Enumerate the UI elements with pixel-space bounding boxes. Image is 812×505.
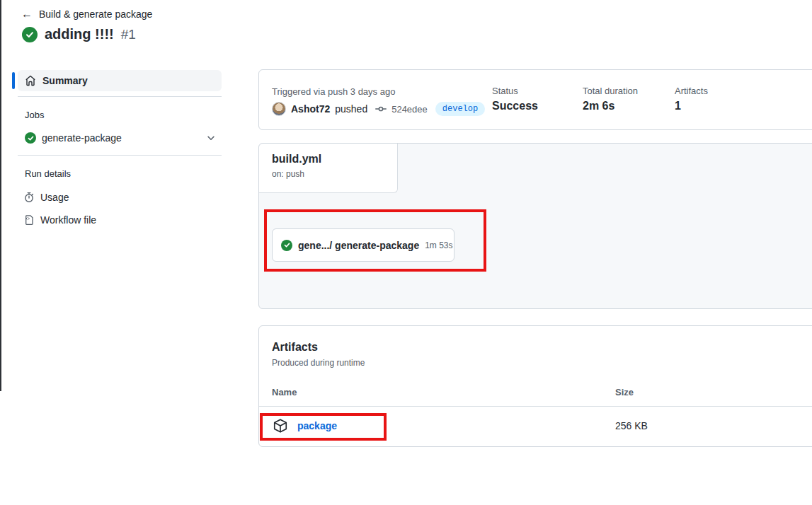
job-name-label: generate-package bbox=[42, 132, 122, 144]
table-divider bbox=[259, 406, 812, 407]
usage-label: Usage bbox=[40, 192, 69, 203]
status-column: Status Success bbox=[492, 86, 538, 112]
workflow-name-label[interactable]: Build & generate package bbox=[39, 8, 152, 20]
home-icon bbox=[25, 75, 36, 86]
artifacts-label: Artifacts bbox=[675, 86, 708, 96]
actions-run-summary-page: ← Build & generate package adding !!!! #… bbox=[0, 0, 812, 505]
sidebar: Summary Jobs generate-package Run detail… bbox=[12, 69, 222, 227]
jobs-heading: Jobs bbox=[25, 110, 222, 120]
workflow-trigger: on: push bbox=[272, 169, 384, 179]
status-value: Success bbox=[492, 100, 538, 112]
avatar[interactable] bbox=[272, 102, 286, 116]
node-label: gene.../ generate-package bbox=[298, 240, 419, 251]
sidebar-divider bbox=[18, 96, 222, 97]
success-check-icon bbox=[22, 27, 38, 42]
workflow-graph-card: build.yml on: push gene.../ generate-pac… bbox=[258, 143, 812, 309]
column-header-name: Name bbox=[272, 387, 297, 397]
commit-sha-link[interactable]: 524edee bbox=[391, 104, 428, 115]
sidebar-item-usage[interactable]: Usage bbox=[23, 190, 222, 204]
artifacts-subtitle: Produced during runtime bbox=[272, 358, 365, 368]
back-arrow-icon[interactable]: ← bbox=[21, 8, 33, 20]
branch-badge[interactable]: develop bbox=[435, 102, 485, 116]
triggered-text: Triggered via push 3 days ago bbox=[272, 86, 395, 97]
job-success-check-icon bbox=[25, 132, 36, 144]
run-summary-card: Triggered via push 3 days ago Ashot72 pu… bbox=[258, 69, 812, 130]
artifacts-card: Artifacts Produced during runtime Name S… bbox=[258, 325, 812, 447]
duration-label: Total duration bbox=[583, 86, 638, 96]
sidebar-item-label: Summary bbox=[42, 75, 88, 86]
actor-name-link[interactable]: Ashot72 bbox=[291, 103, 330, 115]
sidebar-item-generate-package[interactable]: generate-package bbox=[25, 130, 216, 146]
artifacts-count-column: Artifacts 1 bbox=[675, 86, 708, 112]
sidebar-item-workflow-file[interactable]: Workflow file bbox=[23, 213, 222, 227]
artifacts-value: 1 bbox=[675, 100, 708, 112]
status-label: Status bbox=[492, 86, 538, 96]
artifact-size: 256 KB bbox=[615, 420, 648, 431]
sidebar-divider bbox=[18, 155, 222, 156]
git-commit-icon bbox=[375, 103, 387, 115]
sidebar-item-summary[interactable]: Summary bbox=[18, 70, 222, 91]
stopwatch-icon bbox=[23, 192, 35, 203]
window-edge-line bbox=[0, 0, 1, 391]
job-node-generate-package[interactable]: gene.../ generate-package 1m 53s bbox=[272, 228, 454, 262]
artifact-download-link[interactable]: package bbox=[297, 420, 337, 431]
actor-action: pushed bbox=[335, 103, 367, 115]
run-details-heading: Run details bbox=[25, 168, 222, 179]
package-icon bbox=[273, 418, 288, 436]
run-number: #1 bbox=[121, 27, 136, 42]
node-success-check-icon bbox=[281, 240, 292, 251]
chevron-down-icon[interactable] bbox=[206, 133, 216, 143]
workflow-filename: build.yml bbox=[272, 153, 384, 166]
duration-value: 2m 6s bbox=[583, 100, 638, 112]
run-title-row: adding !!!! #1 bbox=[22, 26, 136, 42]
workflow-file-header: build.yml on: push bbox=[259, 144, 398, 193]
duration-column: Total duration 2m 6s bbox=[583, 86, 638, 112]
artifacts-title: Artifacts bbox=[272, 341, 318, 354]
file-code-icon bbox=[23, 214, 35, 226]
node-duration: 1m 53s bbox=[425, 240, 452, 250]
commit-info-row: Ashot72 pushed 524edee develop bbox=[272, 101, 485, 117]
column-header-size: Size bbox=[615, 387, 634, 397]
workflow-file-label: Workflow file bbox=[40, 214, 96, 226]
back-navigation[interactable]: ← Build & generate package bbox=[21, 8, 152, 20]
selected-accent-bar bbox=[12, 72, 15, 89]
run-title: adding !!!! bbox=[45, 26, 114, 42]
